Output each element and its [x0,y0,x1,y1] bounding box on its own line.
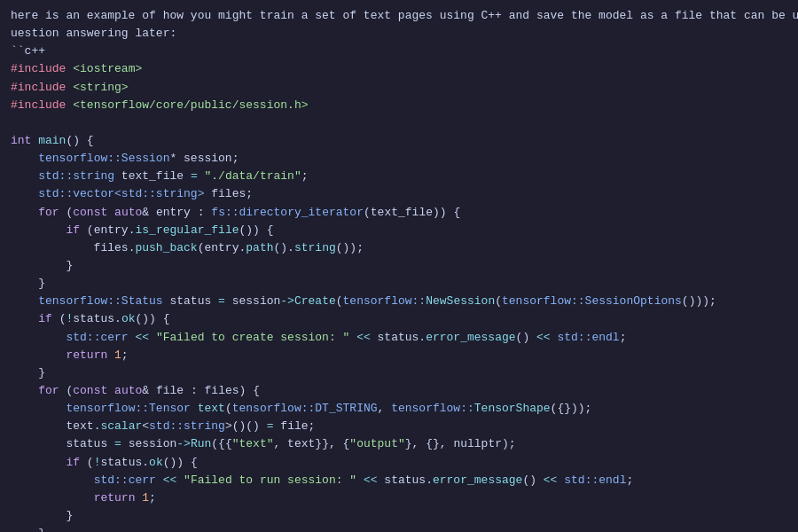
code-line-11: std::vector<std::string> files; [11,185,787,203]
code-line-13: if (entry.is_regular_file()) { [11,222,787,239]
code-line-1: here is an example of how you might trai… [11,7,787,25]
code-line-12: for (const auto& entry : fs::directory_i… [11,204,787,222]
code-line-14: files.push_back(entry.path().string()); [11,239,787,257]
code-line-28: return 1; [11,489,787,507]
code-line-17: tensorflow::Status status = session->Cre… [11,293,787,310]
code-block: here is an example of how you might trai… [0,0,798,532]
code-line-2: uestion answering later: [11,25,787,43]
code-line-22: for (const auto& file : files) { [11,382,787,400]
code-line-19: std::cerr << "Failed to create session: … [11,329,787,347]
code-line-8: int main() { [11,132,787,150]
code-line-27: std::cerr << "Failed to run session: " <… [11,472,787,489]
code-line-6: #include <tensorflow/core/public/session… [11,97,787,114]
code-line-16: } [11,275,787,293]
code-line-24: text.scalar<std::string>()() = file; [11,418,787,435]
code-line-5: #include <string> [11,79,787,97]
code-line-4: #include <iostream> [11,60,787,78]
code-line-30: } [11,525,787,532]
code-line-15: } [11,257,787,275]
code-line-23: tensorflow::Tensor text(tensorflow::DT_S… [11,400,787,418]
code-line-10: std::string text_file = "./data/train"; [11,168,787,185]
code-line-3: ``c++ [11,43,787,60]
code-line-26: if (!status.ok()) { [11,454,787,472]
code-line-18: if (!status.ok()) { [11,310,787,328]
code-line-20: return 1; [11,347,787,364]
code-line-9: tensorflow::Session* session; [11,150,787,168]
code-line-7 [11,114,787,132]
code-line-21: } [11,364,787,382]
code-line-25: status = session->Run({{"text", text}}, … [11,435,787,453]
code-line-29: } [11,507,787,525]
